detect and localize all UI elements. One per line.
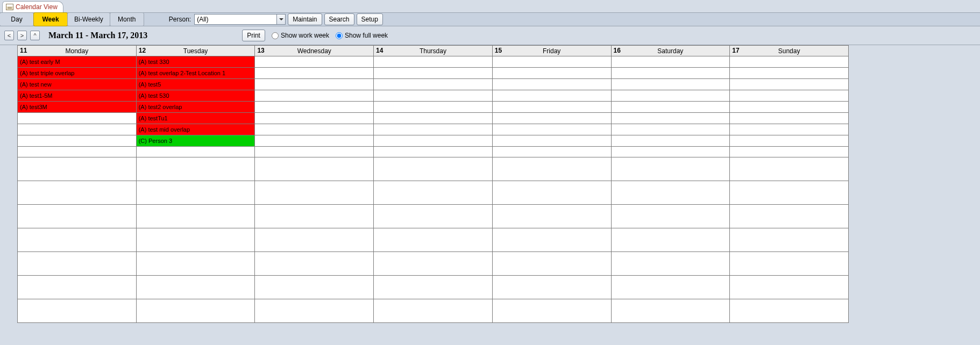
calendar-cell[interactable]	[611, 56, 730, 68]
calendar-cell[interactable]	[255, 113, 374, 124]
calendar-cell[interactable]	[730, 90, 849, 102]
calendar-cell[interactable]	[255, 102, 374, 113]
calendar-cell[interactable]	[255, 68, 374, 79]
calendar-cell[interactable]: (A) testTu1	[136, 113, 255, 124]
calendar-cell[interactable]	[730, 147, 849, 157]
calendar-cell[interactable]	[730, 228, 849, 252]
calendar-cell[interactable]	[136, 157, 255, 181]
calendar-cell[interactable]	[730, 157, 849, 181]
calendar-event[interactable]: (A) test mid overlap	[137, 124, 255, 135]
calendar-cell[interactable]	[136, 181, 255, 205]
calendar-cell[interactable]	[611, 252, 730, 276]
calendar-cell[interactable]	[492, 113, 611, 124]
calendar-cell[interactable]	[730, 102, 849, 113]
setup-button[interactable]: Setup	[357, 13, 383, 25]
calendar-cell[interactable]	[374, 135, 493, 147]
calendar-event[interactable]: (A) test2 overlap	[137, 102, 255, 112]
calendar-cell[interactable]	[136, 276, 255, 299]
col-header-sat[interactable]: 16Saturday	[611, 46, 730, 56]
col-header-fri[interactable]: 15Friday	[492, 46, 611, 56]
radio-full-week-input[interactable]	[336, 32, 343, 39]
calendar-cell[interactable]	[730, 252, 849, 276]
calendar-cell[interactable]	[255, 79, 374, 90]
calendar-cell[interactable]: (C) Person 3	[136, 135, 255, 147]
view-day-button[interactable]: Day	[0, 12, 34, 26]
calendar-cell[interactable]	[492, 135, 611, 147]
calendar-cell[interactable]	[730, 124, 849, 135]
person-combo[interactable]	[194, 14, 286, 25]
calendar-cell[interactable]	[374, 124, 493, 135]
calendar-cell[interactable]	[374, 102, 493, 113]
calendar-cell[interactable]	[492, 90, 611, 102]
radio-work-week-input[interactable]	[272, 32, 279, 39]
calendar-cell[interactable]	[255, 181, 374, 205]
calendar-cell[interactable]	[255, 299, 374, 323]
calendar-cell[interactable]	[374, 181, 493, 205]
calendar-cell[interactable]	[255, 90, 374, 102]
calendar-cell[interactable]: (A) test triple overlap	[18, 68, 137, 79]
calendar-cell[interactable]	[18, 276, 137, 299]
calendar-event[interactable]: (C) Person 3	[137, 135, 255, 146]
calendar-cell[interactable]	[611, 113, 730, 124]
calendar-cell[interactable]	[730, 205, 849, 228]
calendar-cell[interactable]	[136, 228, 255, 252]
calendar-cell[interactable]	[492, 299, 611, 323]
calendar-cell[interactable]	[730, 135, 849, 147]
calendar-cell[interactable]	[18, 135, 137, 147]
next-button[interactable]: >	[17, 31, 27, 40]
calendar-cell[interactable]: (A) test1-5M	[18, 90, 137, 102]
tab-calendar-view[interactable]: Calendar View	[2, 1, 63, 12]
person-input[interactable]	[195, 15, 276, 24]
calendar-cell[interactable]: (A) test early M	[18, 56, 137, 68]
calendar-cell[interactable]	[730, 56, 849, 68]
calendar-cell[interactable]	[611, 68, 730, 79]
calendar-cell[interactable]	[492, 56, 611, 68]
calendar-cell[interactable]	[255, 276, 374, 299]
calendar-cell[interactable]	[255, 157, 374, 181]
calendar-event[interactable]: (A) test 530	[137, 90, 255, 101]
calendar-cell[interactable]	[492, 68, 611, 79]
calendar-cell[interactable]	[18, 113, 137, 124]
calendar-cell[interactable]	[492, 157, 611, 181]
calendar-cell[interactable]	[255, 135, 374, 147]
calendar-cell[interactable]	[374, 252, 493, 276]
calendar-cell[interactable]: (A) test5	[136, 79, 255, 90]
calendar-cell[interactable]	[374, 276, 493, 299]
calendar-cell[interactable]	[136, 299, 255, 323]
col-header-wed[interactable]: 13Wednesday	[255, 46, 374, 56]
calendar-cell[interactable]	[611, 147, 730, 157]
calendar-cell[interactable]	[611, 124, 730, 135]
calendar-cell[interactable]	[18, 147, 137, 157]
calendar-cell[interactable]	[18, 157, 137, 181]
calendar-cell[interactable]	[611, 90, 730, 102]
calendar-cell[interactable]	[374, 228, 493, 252]
calendar-cell[interactable]	[730, 113, 849, 124]
view-biweekly-button[interactable]: Bi-Weekly	[67, 12, 110, 26]
calendar-cell[interactable]	[374, 205, 493, 228]
calendar-cell[interactable]	[18, 181, 137, 205]
calendar-cell[interactable]	[136, 147, 255, 157]
calendar-event[interactable]: (A) test 330	[137, 56, 255, 67]
calendar-cell[interactable]	[611, 299, 730, 323]
calendar-cell[interactable]	[611, 135, 730, 147]
calendar-cell[interactable]	[492, 124, 611, 135]
calendar-cell[interactable]	[18, 205, 137, 228]
calendar-cell[interactable]	[730, 68, 849, 79]
prev-button[interactable]: <	[4, 31, 14, 40]
calendar-cell[interactable]	[730, 79, 849, 90]
calendar-cell[interactable]	[492, 147, 611, 157]
calendar-cell[interactable]	[611, 79, 730, 90]
calendar-cell[interactable]	[18, 299, 137, 323]
calendar-cell[interactable]: (A) test new	[18, 79, 137, 90]
calendar-cell[interactable]	[255, 205, 374, 228]
calendar-cell[interactable]	[492, 205, 611, 228]
print-button[interactable]: Print	[242, 30, 265, 41]
calendar-cell[interactable]	[374, 147, 493, 157]
calendar-cell[interactable]	[374, 157, 493, 181]
calendar-cell[interactable]	[611, 157, 730, 181]
calendar-cell[interactable]: (A) test 330	[136, 56, 255, 68]
calendar-cell[interactable]	[492, 102, 611, 113]
calendar-cell[interactable]	[611, 181, 730, 205]
calendar-cell[interactable]	[136, 205, 255, 228]
calendar-cell[interactable]	[18, 252, 137, 276]
